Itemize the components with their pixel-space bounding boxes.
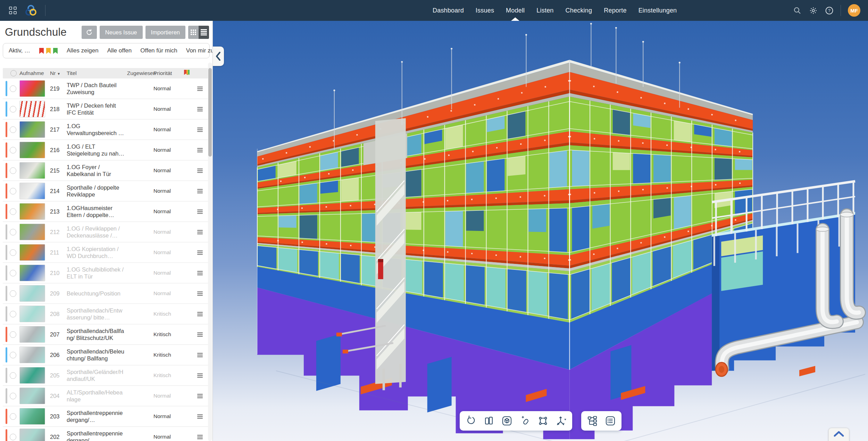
row-menu-icon[interactable] bbox=[197, 291, 203, 296]
issue-thumbnail[interactable] bbox=[19, 408, 45, 425]
issue-row[interactable]: 216 1.OG / ELT Steigeleitung zu nah an T… bbox=[3, 140, 210, 160]
nav-item-issues[interactable]: Issues bbox=[476, 0, 494, 21]
grid-view-icon[interactable] bbox=[188, 26, 199, 39]
row-checkbox[interactable] bbox=[10, 413, 16, 420]
issue-row[interactable]: 210 1.OG Schulbibliothek / ELT in Tür No… bbox=[3, 263, 210, 283]
issue-thumbnail[interactable] bbox=[19, 121, 45, 138]
import-button[interactable]: Importieren bbox=[145, 26, 185, 39]
help-icon[interactable]: ? bbox=[825, 6, 834, 15]
issue-thumbnail[interactable] bbox=[19, 306, 45, 322]
filter-von-mir-zu-genehmigen[interactable]: Von mir zu genehmigen bbox=[186, 47, 213, 54]
nav-item-modell[interactable]: Modell bbox=[506, 0, 525, 21]
filter-alle-offen[interactable]: Alle offen bbox=[107, 47, 132, 54]
issue-row[interactable]: 218 TWP / Decken fehlt IFC Entität Norma… bbox=[3, 99, 210, 119]
nav-item-einstellungen[interactable]: Einstellungen bbox=[639, 0, 677, 21]
issue-thumbnail[interactable] bbox=[19, 428, 45, 441]
row-checkbox[interactable] bbox=[10, 229, 16, 235]
split-view-icon[interactable] bbox=[481, 413, 496, 428]
issue-row[interactable]: 203 Sporthallentreppenniedergang/ Mehrzw… bbox=[3, 406, 210, 427]
issue-row[interactable]: 204 ALT/Sporthalle/Hebeanlage Normal bbox=[3, 386, 210, 406]
row-menu-icon[interactable] bbox=[197, 148, 203, 152]
row-checkbox[interactable] bbox=[10, 393, 16, 399]
row-menu-icon[interactable] bbox=[197, 189, 203, 193]
issue-thumbnail[interactable] bbox=[19, 347, 45, 363]
row-menu-icon[interactable] bbox=[197, 435, 203, 439]
row-menu-icon[interactable] bbox=[197, 414, 203, 419]
row-menu-icon[interactable] bbox=[197, 209, 203, 214]
row-checkbox[interactable] bbox=[10, 434, 16, 440]
row-menu-icon[interactable] bbox=[197, 168, 203, 173]
model-viewport[interactable] bbox=[213, 21, 868, 441]
properties-list-icon[interactable] bbox=[603, 413, 618, 428]
row-menu-icon[interactable] bbox=[197, 373, 203, 378]
section-axes-icon[interactable] bbox=[553, 413, 569, 428]
row-menu-icon[interactable] bbox=[197, 353, 203, 357]
row-menu-icon[interactable] bbox=[197, 107, 203, 111]
nav-item-checking[interactable]: Checking bbox=[566, 0, 592, 21]
issue-thumbnail[interactable] bbox=[19, 203, 45, 220]
bottom-panel-expand-button[interactable] bbox=[828, 428, 849, 441]
issue-thumbnail[interactable] bbox=[19, 142, 45, 158]
issue-thumbnail[interactable] bbox=[19, 326, 45, 343]
row-checkbox[interactable] bbox=[10, 167, 16, 174]
col-prioritaet[interactable]: Priorität bbox=[153, 70, 183, 76]
col-nr[interactable]: Nr▼ bbox=[50, 70, 67, 76]
3d-home-view-icon[interactable] bbox=[499, 413, 515, 428]
filter-alles-zeigen[interactable]: Alles zeigen bbox=[67, 47, 99, 54]
col-zugewiesen[interactable]: Zugewiesen bbox=[127, 70, 153, 76]
row-checkbox[interactable] bbox=[10, 106, 16, 113]
issue-row[interactable]: 207 Sporthallendach/Ballfang/ Blitzschut… bbox=[3, 324, 210, 345]
col-titel[interactable]: Titel bbox=[67, 70, 127, 76]
issue-thumbnail[interactable] bbox=[19, 244, 45, 261]
reset-view-icon[interactable] bbox=[463, 413, 478, 428]
issue-row[interactable]: 208 Sporthallendach/Entwässerung/ bitte … bbox=[3, 304, 210, 324]
row-checkbox[interactable] bbox=[10, 331, 16, 338]
issue-row[interactable]: 206 Sporthallendach/Beleuchtung/ Ballfan… bbox=[3, 345, 210, 365]
issue-row[interactable]: 205 Sporthalle/Geländer/Handlauf/UK Krit… bbox=[3, 365, 210, 386]
row-menu-icon[interactable] bbox=[197, 230, 203, 234]
row-checkbox[interactable] bbox=[10, 270, 16, 276]
search-icon[interactable] bbox=[793, 6, 802, 15]
model-tree-icon[interactable] bbox=[585, 413, 600, 428]
refresh-button[interactable] bbox=[82, 26, 97, 39]
row-checkbox[interactable] bbox=[10, 249, 16, 256]
select-area-icon[interactable] bbox=[535, 413, 551, 428]
nav-item-dashboard[interactable]: Dashboard bbox=[433, 0, 464, 21]
sidebar-collapse-button[interactable] bbox=[213, 47, 224, 66]
issue-row[interactable]: 217 1.OG Verwaltungsbereich / Schallscho… bbox=[3, 119, 210, 140]
issue-thumbnail[interactable] bbox=[19, 162, 45, 179]
issue-thumbnail[interactable] bbox=[19, 224, 45, 240]
nav-item-listen[interactable]: Listen bbox=[536, 0, 553, 21]
issue-row[interactable]: 211 1.OG Kopierstation / WD Durchbruch f… bbox=[3, 242, 210, 263]
issue-row[interactable]: 212 1.OG / Reviklappen / Deckenauslässe … bbox=[3, 222, 210, 242]
row-menu-icon[interactable] bbox=[197, 250, 203, 255]
issue-thumbnail[interactable] bbox=[19, 80, 45, 97]
list-view-icon[interactable] bbox=[199, 26, 209, 39]
issue-row[interactable]: 213 1.OGHausmeister Eltern / doppelte Re… bbox=[3, 201, 210, 222]
row-checkbox[interactable] bbox=[10, 290, 16, 297]
row-checkbox[interactable] bbox=[10, 188, 16, 194]
issue-thumbnail[interactable] bbox=[19, 367, 45, 384]
user-avatar[interactable]: MF bbox=[848, 4, 860, 17]
filter-offen-fuer-mich[interactable]: Offen für mich bbox=[140, 47, 177, 54]
nav-item-reporte[interactable]: Reporte bbox=[604, 0, 626, 21]
issue-row[interactable]: 202 Sporthallentreppenniedergang/ Notbel… bbox=[3, 427, 210, 441]
row-checkbox[interactable] bbox=[10, 85, 16, 92]
row-menu-icon[interactable] bbox=[197, 271, 203, 275]
row-menu-icon[interactable] bbox=[197, 312, 203, 316]
flag-green-icon[interactable] bbox=[53, 48, 58, 54]
row-menu-icon[interactable] bbox=[197, 332, 203, 337]
row-checkbox[interactable] bbox=[10, 352, 16, 358]
issue-row[interactable]: 219 TWP / Dach Bauteil Zuweisung Normal bbox=[3, 78, 210, 99]
flag-red-icon[interactable] bbox=[39, 48, 44, 54]
issue-thumbnail[interactable] bbox=[19, 285, 45, 302]
select-all-checkbox[interactable] bbox=[10, 70, 17, 76]
settings-gear-icon[interactable] bbox=[809, 6, 818, 15]
issue-row[interactable]: 215 1.OG Foyer / Kabelkanal in Tür Norma… bbox=[3, 160, 210, 181]
col-flags-icon[interactable] bbox=[183, 69, 197, 78]
row-checkbox[interactable] bbox=[10, 208, 16, 215]
row-menu-icon[interactable] bbox=[197, 394, 203, 398]
issue-thumbnail[interactable] bbox=[19, 101, 45, 117]
sidebar-scrollbar-thumb[interactable] bbox=[208, 68, 212, 157]
col-aufnahme[interactable]: Aufnahme bbox=[19, 70, 50, 76]
